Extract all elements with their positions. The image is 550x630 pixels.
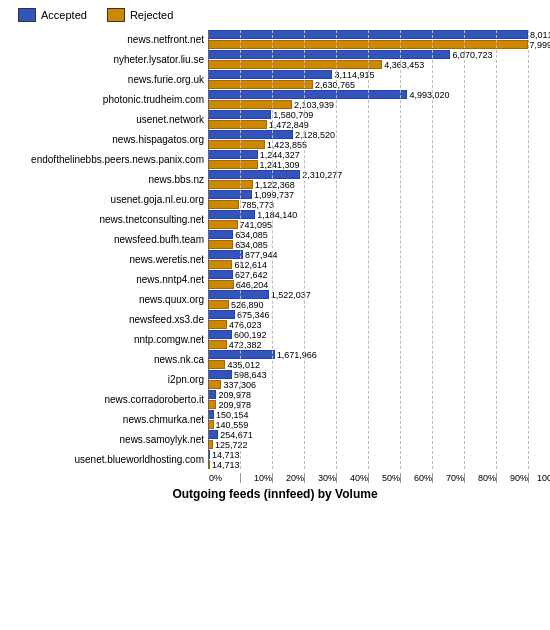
- bar-rejected: [208, 240, 233, 249]
- row-label: usenet.goja.nl.eu.org: [8, 194, 208, 205]
- accepted-value: 2,128,520: [295, 130, 335, 140]
- row-label: news.corradoroberto.it: [8, 394, 208, 405]
- bar-rejected: [208, 360, 225, 369]
- rejected-value: 646,204: [236, 280, 269, 290]
- bar-rejected: [208, 60, 382, 69]
- row-label: news.samoylyk.net: [8, 434, 208, 445]
- bar-pair: 2,128,5201,423,855: [208, 130, 335, 149]
- row-label: news.nntp4.net: [8, 274, 208, 285]
- row-label: usenet.blueworldhosting.com: [8, 454, 208, 465]
- table-row: newsfeed.bufh.team634,085634,085: [8, 230, 542, 249]
- rejected-value: 14,713: [212, 460, 240, 470]
- bar-pair: 1,184,140741,095: [208, 210, 297, 229]
- row-label: news.bbs.nz: [8, 174, 208, 185]
- x-tick: 90%: [496, 473, 528, 483]
- bar-accepted: [208, 130, 293, 139]
- bar-pair: 4,993,0202,103,939: [208, 90, 449, 109]
- rejected-value: 785,773: [241, 200, 274, 210]
- bar-rejected: [208, 80, 313, 89]
- table-row: nyheter.lysator.liu.se6,070,7234,363,453: [8, 50, 542, 69]
- row-label: usenet.network: [8, 114, 208, 125]
- chart-container: Accepted Rejected news.netfront.net8,011…: [0, 0, 550, 630]
- rejected-value: 435,012: [227, 360, 260, 370]
- table-row: endofthelinebbs.peers.news.panix.com1,24…: [8, 150, 542, 169]
- bar-accepted: [208, 350, 275, 359]
- bar-accepted: [208, 450, 210, 459]
- bar-pair: 634,085634,085: [208, 230, 268, 249]
- accepted-value: 8,011,593: [530, 30, 550, 40]
- row-label: photonic.trudheim.com: [8, 94, 208, 105]
- bar-rejected: [208, 340, 227, 349]
- bar-pair: 209,978209,978: [208, 390, 251, 409]
- bar-rejected: [208, 40, 528, 49]
- main-chart: news.netfront.net8,011,5937,999,509nyhet…: [8, 30, 542, 469]
- rejected-value: 634,085: [235, 240, 268, 250]
- table-row: photonic.trudheim.com4,993,0202,103,939: [8, 90, 542, 109]
- row-label: news.hispagatos.org: [8, 134, 208, 145]
- row-label: news.furie.org.uk: [8, 74, 208, 85]
- rejected-value: 2,630,765: [315, 80, 355, 90]
- accepted-value: 598,643: [234, 370, 267, 380]
- x-tick: 50%: [368, 473, 400, 483]
- rejected-value: 125,722: [215, 440, 248, 450]
- rejected-label: Rejected: [130, 9, 173, 21]
- bar-accepted: [208, 370, 232, 379]
- rejected-value: 1,472,849: [269, 120, 309, 130]
- bar-pair: 150,154140,559: [208, 410, 249, 429]
- accepted-value: 1,580,709: [273, 110, 313, 120]
- table-row: news.nntp4.net627,642646,204: [8, 270, 542, 289]
- accepted-value: 675,346: [237, 310, 270, 320]
- bar-pair: 600,192472,382: [208, 330, 267, 349]
- accepted-value: 6,070,723: [452, 50, 492, 60]
- row-label: news.chmurka.net: [8, 414, 208, 425]
- bar-pair: 14,71314,713: [208, 450, 240, 469]
- table-row: news.hispagatos.org2,128,5201,423,855: [8, 130, 542, 149]
- table-row: news.quux.org1,522,037526,890: [8, 290, 542, 309]
- accepted-label: Accepted: [41, 9, 87, 21]
- bar-accepted: [208, 330, 232, 339]
- bar-pair: 1,671,966435,012: [208, 350, 317, 369]
- legend: Accepted Rejected: [8, 8, 542, 22]
- rejected-value: 209,978: [218, 400, 251, 410]
- bar-rejected: [208, 320, 227, 329]
- rejected-value: 140,559: [216, 420, 249, 430]
- row-label: newsfeed.xs3.de: [8, 314, 208, 325]
- bar-rejected: [208, 280, 234, 289]
- rejected-value: 337,306: [223, 380, 256, 390]
- bar-accepted: [208, 290, 269, 299]
- accepted-value: 3,114,915: [334, 70, 374, 80]
- rejected-value: 1,423,855: [267, 140, 307, 150]
- rejected-value: 7,999,509: [530, 40, 550, 50]
- bar-rejected: [208, 420, 214, 429]
- bar-accepted: [208, 270, 233, 279]
- row-label: nntp.comgw.net: [8, 334, 208, 345]
- x-tick: 100%: [528, 473, 550, 483]
- accepted-value: 1,099,737: [254, 190, 294, 200]
- bar-rejected: [208, 120, 267, 129]
- rejected-value: 1,241,309: [260, 160, 300, 170]
- bar-accepted: [208, 70, 332, 79]
- bar-accepted: [208, 310, 235, 319]
- bar-accepted: [208, 190, 252, 199]
- row-label: news.weretis.net: [8, 254, 208, 265]
- bar-accepted: [208, 90, 407, 99]
- accepted-value: 209,978: [218, 390, 251, 400]
- rejected-value: 741,095: [240, 220, 273, 230]
- bar-pair: 598,643337,306: [208, 370, 266, 389]
- table-row: news.samoylyk.net254,671125,722: [8, 430, 542, 449]
- accepted-value: 14,713: [212, 450, 240, 460]
- accepted-value: 877,944: [245, 250, 278, 260]
- legend-rejected: Rejected: [107, 8, 173, 22]
- bar-accepted: [208, 430, 218, 439]
- bar-accepted: [208, 170, 300, 179]
- bar-pair: 877,944612,614: [208, 250, 278, 269]
- bar-pair: 627,642646,204: [208, 270, 268, 289]
- bar-pair: 1,522,037526,890: [208, 290, 311, 309]
- x-tick: 30%: [304, 473, 336, 483]
- bar-rejected: [208, 100, 292, 109]
- accepted-value: 1,184,140: [257, 210, 297, 220]
- accepted-value: 1,522,037: [271, 290, 311, 300]
- rejected-value: 2,103,939: [294, 100, 334, 110]
- bar-pair: 254,671125,722: [208, 430, 253, 449]
- table-row: news.furie.org.uk3,114,9152,630,765: [8, 70, 542, 89]
